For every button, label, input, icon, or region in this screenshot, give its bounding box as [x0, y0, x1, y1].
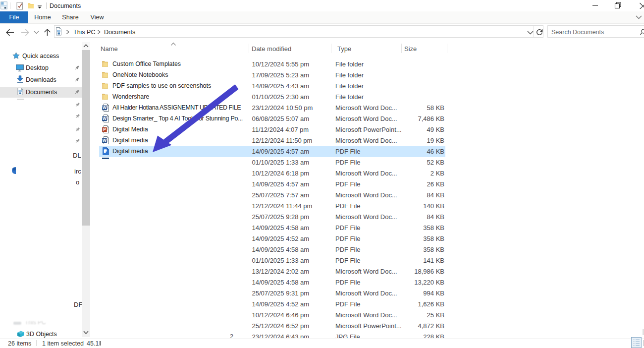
svg-text:P: P: [103, 127, 106, 132]
svg-text:W: W: [103, 116, 107, 121]
svg-text:W: W: [103, 138, 107, 143]
svg-text:W: W: [103, 105, 107, 110]
